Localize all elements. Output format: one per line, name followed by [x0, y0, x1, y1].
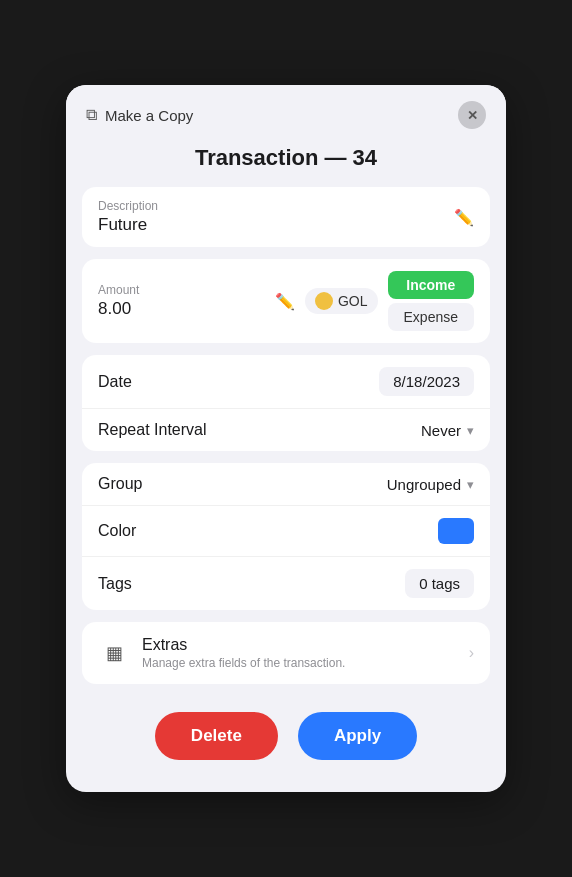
- currency-dot-icon: [315, 292, 333, 310]
- amount-row: Amount 8.00 ✏️ GOL Income Expense: [82, 259, 490, 343]
- currency-code: GOL: [338, 293, 368, 309]
- apply-button[interactable]: Apply: [298, 712, 417, 760]
- amount-field: Amount 8.00: [98, 283, 275, 319]
- date-row: Date 8/18/2023: [82, 355, 490, 409]
- description-row: Description Future ✏️: [82, 187, 490, 247]
- repeat-interval-value: Never: [421, 422, 461, 439]
- amount-edit-icon[interactable]: ✏️: [275, 292, 295, 311]
- color-row: Color: [82, 506, 490, 557]
- description-field: Description Future: [98, 199, 454, 235]
- description-label: Description: [98, 199, 454, 213]
- expense-button[interactable]: Expense: [388, 303, 474, 331]
- chevron-down-icon: ▾: [467, 423, 474, 438]
- extras-row[interactable]: ▦ Extras Manage extra fields of the tran…: [82, 622, 490, 684]
- close-button[interactable]: ✕: [458, 101, 486, 129]
- income-expense-group: Income Expense: [388, 271, 474, 331]
- color-swatch[interactable]: [438, 518, 474, 544]
- header-left: ⧉ Make a Copy: [86, 106, 193, 124]
- description-card: Description Future ✏️: [82, 187, 490, 247]
- repeat-interval-label: Repeat Interval: [98, 421, 207, 439]
- group-value: Ungrouped: [387, 476, 461, 493]
- repeat-interval-dropdown[interactable]: Never ▾: [421, 422, 474, 439]
- extras-subtitle: Manage extra fields of the transaction.: [142, 656, 469, 670]
- currency-pill[interactable]: GOL: [305, 288, 378, 314]
- group-color-tags-card: Group Ungrouped ▾ Color Tags 0 tags: [82, 463, 490, 610]
- copy-icon: ⧉: [86, 106, 97, 124]
- description-value: Future: [98, 215, 454, 235]
- amount-right-controls: ✏️ GOL Income Expense: [275, 271, 474, 331]
- delete-button[interactable]: Delete: [155, 712, 278, 760]
- modal-container: ⧉ Make a Copy ✕ Transaction — 34 Descrip…: [66, 85, 506, 792]
- action-buttons: Delete Apply: [66, 704, 506, 760]
- amount-value: 8.00: [98, 299, 275, 319]
- date-label: Date: [98, 373, 132, 391]
- tags-value[interactable]: 0 tags: [405, 569, 474, 598]
- date-repeat-card: Date 8/18/2023 Repeat Interval Never ▾: [82, 355, 490, 451]
- income-button[interactable]: Income: [388, 271, 474, 299]
- extras-text: Extras Manage extra fields of the transa…: [142, 636, 469, 670]
- group-row: Group Ungrouped ▾: [82, 463, 490, 506]
- date-value[interactable]: 8/18/2023: [379, 367, 474, 396]
- header-label: Make a Copy: [105, 107, 193, 124]
- repeat-interval-row: Repeat Interval Never ▾: [82, 409, 490, 451]
- extras-chevron-icon: ›: [469, 644, 474, 662]
- color-label: Color: [98, 522, 136, 540]
- page-title: Transaction — 34: [66, 141, 506, 187]
- description-edit-icon[interactable]: ✏️: [454, 208, 474, 227]
- extras-icon: ▦: [98, 637, 130, 669]
- amount-card: Amount 8.00 ✏️ GOL Income Expense: [82, 259, 490, 343]
- group-dropdown[interactable]: Ungrouped ▾: [387, 476, 474, 493]
- extras-title: Extras: [142, 636, 469, 654]
- tags-row: Tags 0 tags: [82, 557, 490, 610]
- tags-label: Tags: [98, 575, 132, 593]
- extras-card[interactable]: ▦ Extras Manage extra fields of the tran…: [82, 622, 490, 684]
- modal-header: ⧉ Make a Copy ✕: [66, 85, 506, 141]
- amount-label: Amount: [98, 283, 275, 297]
- group-chevron-icon: ▾: [467, 477, 474, 492]
- group-label: Group: [98, 475, 142, 493]
